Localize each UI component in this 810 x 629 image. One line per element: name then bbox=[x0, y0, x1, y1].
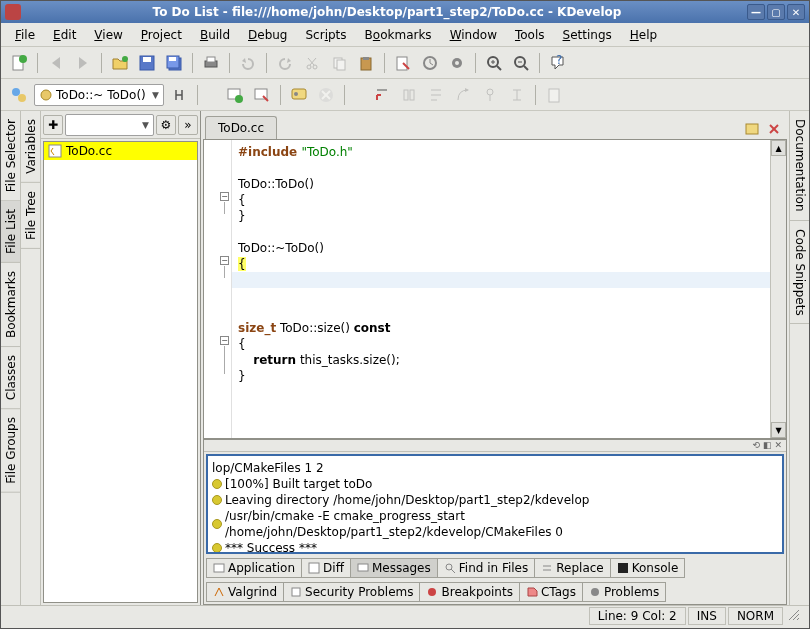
menu-settings[interactable]: Settings bbox=[555, 25, 620, 45]
code-content[interactable]: #include #include "ToDo.h""ToDo.h" ToDo:… bbox=[232, 140, 786, 438]
menu-tools[interactable]: Tools bbox=[507, 25, 553, 45]
file-list[interactable]: ToDo.cc bbox=[43, 141, 198, 603]
tab-file-list[interactable]: File List bbox=[1, 201, 20, 263]
close-button[interactable]: ✕ bbox=[787, 4, 805, 20]
svg-point-32 bbox=[41, 90, 51, 100]
btab-application[interactable]: Application bbox=[206, 558, 302, 578]
whatsthis-icon[interactable]: ? bbox=[546, 51, 570, 75]
new-file-icon[interactable] bbox=[7, 51, 31, 75]
stop-icon[interactable] bbox=[314, 83, 338, 107]
window-title: To Do List - file:///home/john/Desktop/p… bbox=[27, 5, 747, 19]
menu-build[interactable]: Build bbox=[192, 25, 238, 45]
step-out-icon[interactable] bbox=[424, 83, 448, 107]
resize-grip-icon[interactable] bbox=[787, 608, 803, 624]
sync-icon[interactable] bbox=[167, 83, 191, 107]
svg-point-10 bbox=[307, 65, 311, 69]
filter-config-icon[interactable]: ⚙ bbox=[156, 115, 176, 135]
svg-rect-9 bbox=[207, 57, 215, 62]
bottom-panel-controls[interactable]: ⟲ ◧ ✕ bbox=[204, 440, 786, 452]
filter-add-icon[interactable]: ✚ bbox=[43, 115, 63, 135]
zoom-in-icon[interactable] bbox=[482, 51, 506, 75]
menu-file[interactable]: File bbox=[7, 25, 43, 45]
undo-icon[interactable] bbox=[236, 51, 260, 75]
save-all-icon[interactable] bbox=[162, 51, 186, 75]
run-to-cursor-icon[interactable] bbox=[505, 83, 529, 107]
chevron-down-icon: ▼ bbox=[152, 90, 159, 100]
tab-file-groups[interactable]: File Groups bbox=[1, 409, 20, 493]
svg-point-43 bbox=[487, 89, 493, 95]
menu-scripts[interactable]: Scripts bbox=[298, 25, 355, 45]
editor-tab-todo[interactable]: ToDo.cc bbox=[205, 116, 277, 139]
code-editor[interactable]: − − − #include #include "ToDo.h""ToDo.h"… bbox=[203, 139, 787, 439]
tab-file-tree[interactable]: File Tree bbox=[21, 183, 40, 249]
tab-documentation[interactable]: Documentation bbox=[790, 111, 809, 221]
tab-code-snippets[interactable]: Code Snippets bbox=[790, 221, 809, 325]
svg-rect-41 bbox=[404, 90, 408, 100]
tab-file-selector[interactable]: File Selector bbox=[1, 111, 20, 201]
scroll-down-icon[interactable]: ▼ bbox=[771, 422, 786, 438]
step-over-icon[interactable] bbox=[370, 83, 394, 107]
menu-view[interactable]: View bbox=[86, 25, 130, 45]
open-icon[interactable] bbox=[108, 51, 132, 75]
editor-scrollbar[interactable]: ▲ ▼ bbox=[770, 140, 786, 438]
menu-help[interactable]: Help bbox=[622, 25, 665, 45]
run-icon[interactable] bbox=[223, 83, 247, 107]
btab-messages[interactable]: Messages bbox=[350, 558, 438, 578]
tab-bookmarks[interactable]: Bookmarks bbox=[1, 263, 20, 347]
tab-variables[interactable]: Variables bbox=[21, 111, 40, 183]
maximize-button[interactable]: ▢ bbox=[767, 4, 785, 20]
menubar: File Edit View Project Build Debug Scrip… bbox=[1, 23, 809, 47]
print-icon[interactable] bbox=[199, 51, 223, 75]
document-icon[interactable] bbox=[542, 83, 566, 107]
editor-gutter[interactable]: − − − bbox=[204, 140, 232, 438]
back-icon[interactable] bbox=[44, 51, 68, 75]
svg-point-58 bbox=[591, 588, 599, 596]
copy-icon[interactable] bbox=[327, 51, 351, 75]
expand-icon[interactable]: » bbox=[178, 115, 198, 135]
minimize-button[interactable]: — bbox=[747, 4, 765, 20]
goto-icon[interactable] bbox=[391, 51, 415, 75]
filter-dropdown[interactable]: ▼ bbox=[65, 114, 154, 136]
main-toolbar: ? bbox=[1, 47, 809, 79]
redo-icon[interactable] bbox=[273, 51, 297, 75]
btab-find[interactable]: Find in Files bbox=[437, 558, 536, 578]
identity-icon[interactable] bbox=[287, 83, 311, 107]
messages-output[interactable]: lop/CMakeFiles 1 2 [100%] Built target t… bbox=[206, 454, 784, 554]
btab-valgrind[interactable]: Valgrind bbox=[206, 582, 284, 602]
build-icon[interactable] bbox=[418, 51, 442, 75]
menu-debug[interactable]: Debug bbox=[240, 25, 295, 45]
btab-konsole[interactable]: Konsole bbox=[610, 558, 686, 578]
svg-rect-42 bbox=[410, 90, 414, 100]
gear-icon[interactable] bbox=[445, 51, 469, 75]
tab-close-icon[interactable] bbox=[764, 119, 784, 139]
class-browser-icon[interactable] bbox=[7, 83, 31, 107]
btab-security[interactable]: Security Problems bbox=[283, 582, 420, 602]
file-item-todo[interactable]: ToDo.cc bbox=[44, 142, 197, 160]
cut-icon[interactable] bbox=[300, 51, 324, 75]
btab-ctags[interactable]: CTags bbox=[519, 582, 583, 602]
btab-diff[interactable]: Diff bbox=[301, 558, 351, 578]
tab-list-icon[interactable] bbox=[742, 119, 762, 139]
debug-icon[interactable] bbox=[250, 83, 274, 107]
class-dropdown-value: ToDo::~ ToDo() bbox=[56, 88, 146, 102]
tab-classes[interactable]: Classes bbox=[1, 347, 20, 409]
paste-icon[interactable] bbox=[354, 51, 378, 75]
step-instr-icon[interactable] bbox=[478, 83, 502, 107]
btab-problems[interactable]: Problems bbox=[582, 582, 666, 602]
scroll-up-icon[interactable]: ▲ bbox=[771, 140, 786, 156]
class-dropdown[interactable]: ToDo::~ ToDo() ▼ bbox=[34, 84, 164, 106]
save-icon[interactable] bbox=[135, 51, 159, 75]
forward-icon[interactable] bbox=[71, 51, 95, 75]
fold-marker[interactable]: − bbox=[220, 192, 229, 201]
menu-edit[interactable]: Edit bbox=[45, 25, 84, 45]
menu-bookmarks[interactable]: Bookmarks bbox=[357, 25, 440, 45]
zoom-out-icon[interactable] bbox=[509, 51, 533, 75]
fold-marker[interactable]: − bbox=[220, 336, 229, 345]
fold-marker[interactable]: − bbox=[220, 256, 229, 265]
btab-breakpoints[interactable]: Breakpoints bbox=[419, 582, 519, 602]
menu-project[interactable]: Project bbox=[133, 25, 190, 45]
step-into-icon[interactable] bbox=[397, 83, 421, 107]
btab-replace[interactable]: Replace bbox=[534, 558, 610, 578]
menu-window[interactable]: Window bbox=[442, 25, 505, 45]
continue-icon[interactable] bbox=[451, 83, 475, 107]
